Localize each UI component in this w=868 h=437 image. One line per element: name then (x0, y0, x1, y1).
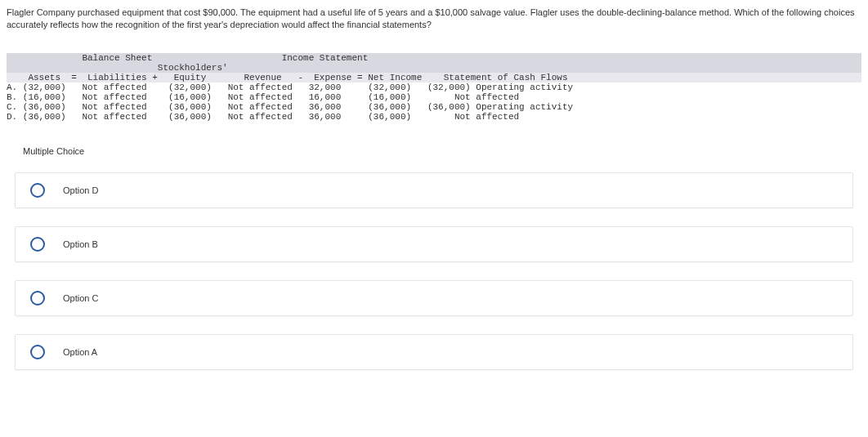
option-d[interactable]: Option D (15, 172, 853, 208)
table-subheader: Assets = Liabilities + Equity Revenue - … (7, 73, 861, 82)
table-header-2: Stockholders' (7, 63, 861, 73)
radio-icon (30, 183, 45, 198)
option-b[interactable]: Option B (15, 226, 853, 262)
table-row: C. (36,000) Not affected (36,000) Not af… (7, 102, 573, 112)
option-label: Option D (63, 185, 98, 195)
option-a[interactable]: Option A (15, 334, 853, 370)
table-row: D. (36,000) Not affected (36,000) Not af… (7, 112, 519, 122)
multiple-choice-label: Multiple Choice (23, 146, 861, 156)
table-row: A. (32,000) Not affected (32,000) Not af… (7, 82, 573, 92)
table-header-1: Balance Sheet Income Statement (7, 53, 861, 63)
options-container: Option D Option B Option C Option A (7, 172, 861, 370)
radio-icon (30, 237, 45, 252)
radio-icon (30, 345, 45, 359)
option-label: Option B (63, 239, 98, 249)
data-table: Balance Sheet Income Statement Stockhold… (7, 43, 861, 122)
option-label: Option C (63, 293, 98, 303)
table-row: B. (16,000) Not affected (16,000) Not af… (7, 92, 519, 102)
question-text: Flagler Company purchased equipment that… (7, 7, 861, 32)
radio-icon (30, 291, 45, 305)
option-label: Option A (63, 347, 97, 357)
option-c[interactable]: Option C (15, 280, 853, 316)
